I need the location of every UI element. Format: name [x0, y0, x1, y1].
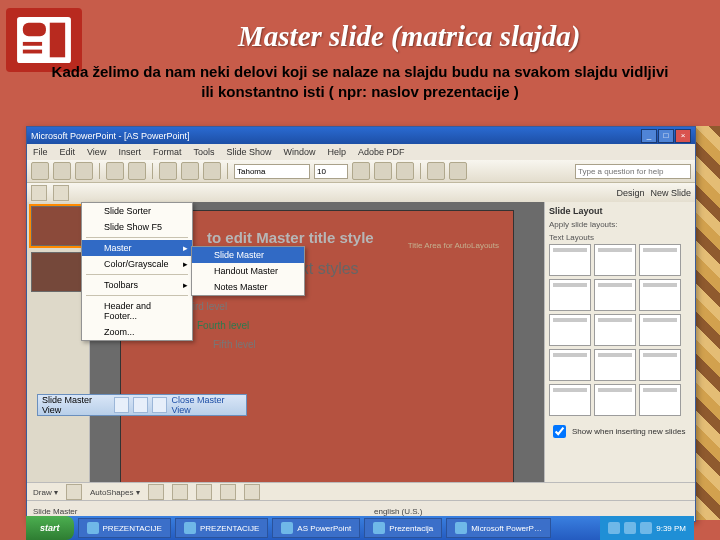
insert-master-icon[interactable]: [114, 397, 129, 413]
window-titlebar: Microsoft PowerPoint - [AS PowerPoint] _…: [27, 127, 695, 144]
paste-icon[interactable]: [203, 162, 221, 180]
tray-icon[interactable]: [640, 522, 652, 534]
slide-master-view-toolbar[interactable]: Slide Master View Close Master View: [37, 394, 247, 416]
taskbar-item[interactable]: Prezentacija: [364, 518, 442, 538]
task-pane[interactable]: Slide Layout Apply slide layouts: Text L…: [544, 202, 695, 501]
master-lvl4: Fourth level: [197, 316, 497, 335]
menu-file[interactable]: File: [33, 147, 48, 157]
menuitem-notesmaster[interactable]: Notes Master: [192, 279, 304, 295]
menu-help[interactable]: Help: [327, 147, 346, 157]
print-icon[interactable]: [106, 162, 124, 180]
layout-option[interactable]: [594, 314, 636, 346]
layout-option[interactable]: [639, 384, 681, 416]
tray-icon[interactable]: [624, 522, 636, 534]
svg-rect-4: [50, 23, 65, 58]
underline-icon[interactable]: [396, 162, 414, 180]
tb-icon[interactable]: [31, 185, 47, 201]
close-button[interactable]: ×: [675, 129, 691, 143]
menu-view[interactable]: View: [87, 147, 106, 157]
preview-icon[interactable]: [128, 162, 146, 180]
menuitem-toolbars[interactable]: Toolbars▸: [82, 277, 192, 293]
align-left-icon[interactable]: [427, 162, 445, 180]
menu-edit[interactable]: Edit: [60, 147, 76, 157]
menuitem-slidemaster[interactable]: Slide Master: [192, 247, 304, 263]
open-icon[interactable]: [53, 162, 71, 180]
master-thumb-1[interactable]: [31, 206, 85, 246]
layout-option[interactable]: [549, 384, 591, 416]
master-submenu[interactable]: Slide Master Handout Master Notes Master: [191, 246, 305, 296]
rectangle-icon[interactable]: [196, 484, 212, 500]
taskbar-item[interactable]: Microsoft PowerP…: [446, 518, 551, 538]
taskbar-item[interactable]: PREZENTACIJE: [175, 518, 268, 538]
autolayout-label: Title Area for AutoLayouts: [408, 241, 499, 250]
copy-icon[interactable]: [181, 162, 199, 180]
svg-rect-2: [23, 42, 42, 46]
oval-icon[interactable]: [220, 484, 236, 500]
layout-option[interactable]: [549, 349, 591, 381]
svg-rect-1: [23, 23, 46, 36]
menu-adobepdf[interactable]: Adobe PDF: [358, 147, 405, 157]
menu-slideshow[interactable]: Slide Show: [226, 147, 271, 157]
layout-option[interactable]: [549, 279, 591, 311]
menu-tools[interactable]: Tools: [193, 147, 214, 157]
layout-option[interactable]: [594, 349, 636, 381]
menu-window[interactable]: Window: [283, 147, 315, 157]
show-when-inserting-checkbox[interactable]: Show when inserting new slides: [549, 422, 691, 441]
close-master-view-button[interactable]: Close Master View: [171, 395, 242, 415]
maximize-button[interactable]: □: [658, 129, 674, 143]
rename-master-icon[interactable]: [152, 397, 167, 413]
delete-master-icon[interactable]: [133, 397, 148, 413]
layout-option[interactable]: [549, 244, 591, 276]
minimize-button[interactable]: _: [641, 129, 657, 143]
taskbar-item[interactable]: PREZENTACIJE: [78, 518, 171, 538]
tb-icon[interactable]: [53, 185, 69, 201]
menuitem-master[interactable]: Master▸: [82, 240, 192, 256]
arrow-icon[interactable]: [172, 484, 188, 500]
font-name-input[interactable]: [234, 164, 310, 179]
line-icon[interactable]: [148, 484, 164, 500]
menuitem-colorgrayscale[interactable]: Color/Grayscale▸: [82, 256, 192, 272]
layout-option[interactable]: [594, 244, 636, 276]
menu-insert[interactable]: Insert: [118, 147, 141, 157]
design-button[interactable]: Design: [616, 188, 644, 198]
taskpane-title: Slide Layout: [549, 206, 691, 216]
font-size-input[interactable]: [314, 164, 348, 179]
menu-format[interactable]: Format: [153, 147, 182, 157]
taskbar-item[interactable]: AS PowerPoint: [272, 518, 360, 538]
cut-icon[interactable]: [159, 162, 177, 180]
master-lvl5: Fifth level: [213, 335, 497, 354]
show-checkbox-input[interactable]: [553, 425, 566, 438]
layout-option[interactable]: [549, 314, 591, 346]
view-menu-dropdown[interactable]: Slide Sorter Slide Show F5 Master▸ Color…: [81, 202, 193, 341]
bold-icon[interactable]: [352, 162, 370, 180]
layout-option[interactable]: [639, 279, 681, 311]
master-thumb-2[interactable]: [31, 252, 85, 292]
layout-option[interactable]: [594, 384, 636, 416]
textbox-icon[interactable]: [244, 484, 260, 500]
align-center-icon[interactable]: [449, 162, 467, 180]
autoshapes-button[interactable]: AutoShapes ▾: [90, 488, 140, 497]
menu-bar[interactable]: File Edit View Insert Format Tools Slide…: [27, 144, 695, 160]
tray-icon[interactable]: [608, 522, 620, 534]
start-button[interactable]: start: [26, 516, 74, 540]
new-icon[interactable]: [31, 162, 49, 180]
menuitem-slideshow[interactable]: Slide Show F5: [82, 219, 192, 235]
menuitem-zoom[interactable]: Zoom...: [82, 324, 192, 340]
layout-option[interactable]: [639, 349, 681, 381]
layout-option[interactable]: [639, 244, 681, 276]
system-tray[interactable]: 9:39 PM: [600, 516, 694, 540]
newslide-button[interactable]: New Slide: [650, 188, 691, 198]
menuitem-slidesorter[interactable]: Slide Sorter: [82, 203, 192, 219]
menuitem-headerfooter[interactable]: Header and Footer...: [82, 298, 192, 324]
italic-icon[interactable]: [374, 162, 392, 180]
draw-button[interactable]: Draw ▾: [33, 488, 58, 497]
save-icon[interactable]: [75, 162, 93, 180]
select-icon[interactable]: [66, 484, 82, 500]
help-search-input[interactable]: [575, 164, 691, 179]
layout-option[interactable]: [639, 314, 681, 346]
windows-taskbar: start PREZENTACIJE PREZENTACIJE AS Power…: [26, 516, 694, 540]
layout-option[interactable]: [594, 279, 636, 311]
masterview-title: Slide Master View: [42, 395, 110, 415]
standard-toolbar: [27, 160, 695, 183]
menuitem-handoutmaster[interactable]: Handout Master: [192, 263, 304, 279]
